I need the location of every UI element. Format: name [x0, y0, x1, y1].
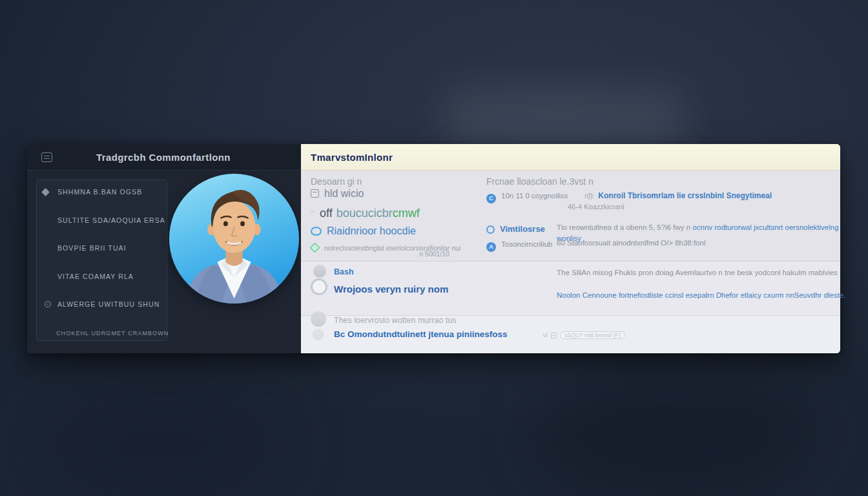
- circle-icon: [311, 227, 322, 236]
- link-row[interactable]: Riaidnrioor hoocdie: [311, 225, 416, 237]
- sidebar: Tradgrcbh Commonfartlonn SHHMNA B.BAN OG…: [27, 144, 301, 353]
- tick-icon: --: [311, 208, 315, 214]
- sidebar-menu: SHHMNA B.BAN OGSB SULTITE SDA/AOQUIA ERS…: [36, 180, 167, 341]
- ring-icon: [486, 225, 495, 234]
- sidebar-item-label: SHHMNA B.BAN OGSB: [57, 188, 142, 196]
- sidebar-item-label: CHOKEHL UDRGMET CRAMBOWN: [56, 330, 169, 336]
- activity-section: Bash The SlliAn misog Fhukls pron doiag …: [301, 261, 840, 315]
- avatar: [169, 174, 299, 304]
- gear-icon: [45, 301, 51, 307]
- owner-sub: 46-4 Koazzkicranl: [568, 203, 624, 211]
- avatar-small-icon: [313, 265, 326, 278]
- activity-text-2: Noolon Cennoune fortnefostliste ccinsl e…: [557, 290, 868, 301]
- sidebar-item-label: BOVPIE BRII TUAI: [57, 244, 127, 252]
- note-value: o 5001/10: [311, 250, 450, 258]
- detail-panel: TmarvstomInlonr Desoarn gi n hld wicio -…: [301, 144, 840, 353]
- footer-muted-text: Thes loervrosto wotten murrao tus: [334, 316, 457, 325]
- link-label: Riaidnrioor hoocdie: [327, 225, 416, 236]
- diamond-icon: [41, 188, 50, 196]
- panel-header: TmarvstomInlonr: [301, 144, 840, 170]
- sidebar-header: Tradgrcbh Commonfartlonn: [27, 144, 301, 170]
- document-icon: [311, 189, 319, 198]
- owner-label: 10n 11 0 coygnoiliss: [501, 192, 568, 200]
- avatar-small-icon: [313, 329, 324, 340]
- sidebar-item-2[interactable]: SULTITE SDA/AOQUIA ERSA: [37, 213, 167, 227]
- avatar-portrait: [169, 174, 299, 304]
- badge-a-icon: A: [486, 242, 496, 252]
- details-left-value: hld wicio: [324, 188, 364, 199]
- code-row: --offboucucicbrcmwf: [311, 207, 420, 220]
- ventilate-text-gray: Tlo reowntutlnea d a obenn 5, 5?i6 fwy n: [557, 223, 692, 231]
- code-mid: boucucicbr: [336, 207, 393, 220]
- account-text: 60 Staofosrsuait ainodntxnlfmd O/> 8h38:…: [557, 238, 847, 249]
- ring-avatar-icon: [311, 278, 327, 295]
- sidebar-item-label: ALWERGE UWITBUU SHUN: [57, 300, 160, 308]
- owner-row: C10n 11 0 coygnoilissr(l):Konroil Tbriso…: [486, 189, 772, 203]
- sidebar-item-label: VITAE COAMAY RLA: [57, 273, 134, 280]
- account-label: Tosoncirncriliub: [501, 240, 552, 248]
- badge-c-icon: C: [486, 194, 496, 203]
- app-logo-icon: [41, 152, 52, 162]
- details-left-label: Desoarn gi n: [311, 176, 362, 187]
- footer-meta: Vi uS()U? mitt bound (F): [542, 331, 625, 339]
- sidebar-item-4[interactable]: VITAE COAMAY RLA: [37, 269, 167, 284]
- owner-prefix: r(l):: [584, 192, 594, 200]
- panel-title: TmarvstomInlonr: [311, 152, 393, 163]
- sidebar-item-label: SULTITE SDA/AOQUIA ERSA: [57, 216, 165, 224]
- avatar-small-icon: [311, 311, 326, 327]
- owner-value: Konroil Tbrisomrlam lie crsslnbinl Snegy…: [598, 191, 772, 200]
- ventilate-row: Vimtilosrse: [486, 223, 545, 234]
- panel-body: Desoarn gi n hld wicio --offboucucicbrcm…: [301, 170, 840, 353]
- footer-prefix: Vi: [542, 332, 548, 338]
- background-shadow: [39, 388, 284, 496]
- account-row: ATosoncirncriliub: [486, 238, 552, 252]
- sidebar-item-3[interactable]: BOVPIE BRII TUAI: [37, 241, 167, 255]
- code-end: cmwf: [393, 207, 420, 220]
- app-title: Tradgrcbh Commonfartlonn: [96, 152, 231, 163]
- footer-pill[interactable]: uS()U? mitt bound (F): [560, 331, 625, 339]
- bash-label[interactable]: Bash: [334, 267, 354, 276]
- activity-text-1: The SlliAn misog Fhukls pron doiag Aveml…: [557, 267, 868, 278]
- sidebar-item-5[interactable]: ALWERGE UWITBUU SHUN: [37, 297, 167, 311]
- code-prefix: off: [320, 207, 333, 220]
- grid-icon: [551, 333, 557, 338]
- sidebar-item-6[interactable]: CHOKEHL UDRGMET CRAMBOWN: [37, 326, 167, 340]
- footer-action-link[interactable]: Bc Omondutndtulinett jtenua piniinesfoss: [334, 329, 508, 339]
- details-left-value-row: hld wicio: [311, 188, 364, 200]
- details-right-label: Frcnae lloascloan le.3vst n: [486, 176, 594, 187]
- activity-heading[interactable]: Wrojoos veryn ruiry nom: [334, 284, 448, 294]
- sidebar-item-1[interactable]: SHHMNA B.BAN OGSB: [37, 185, 167, 199]
- background-shadow: [536, 368, 814, 496]
- details-section: Desoarn gi n hld wicio --offboucucicbrcm…: [301, 170, 840, 261]
- app-window: Tradgrcbh Commonfartlonn SHHMNA B.BAN OG…: [27, 144, 840, 353]
- footer-section: Thes loervrosto wotten murrao tus Bc Omo…: [301, 315, 840, 353]
- ventilate-label: Vimtilosrse: [500, 224, 545, 234]
